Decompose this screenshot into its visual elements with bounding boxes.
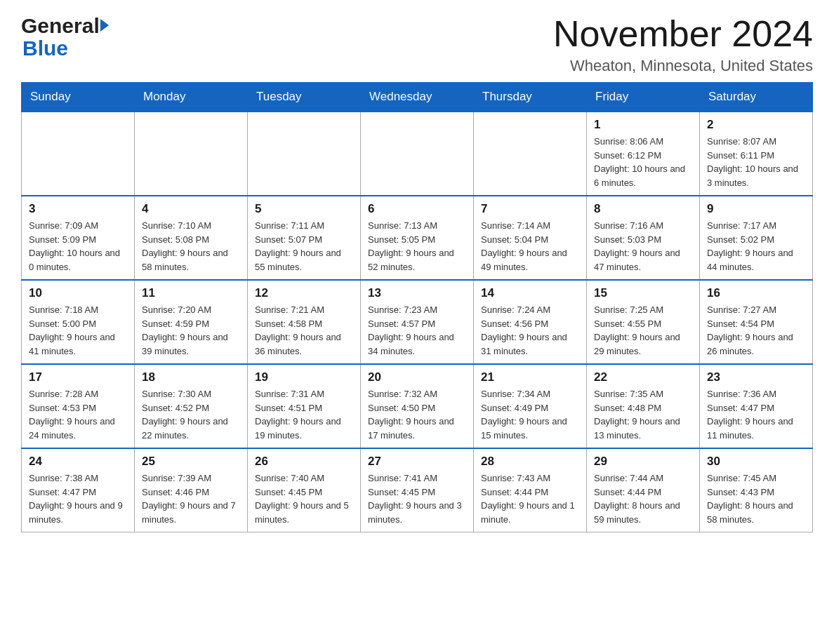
calendar-week-row: 17Sunrise: 7:28 AMSunset: 4:53 PMDayligh… [22, 364, 813, 448]
day-number: 17 [29, 370, 127, 384]
calendar-cell: 2Sunrise: 8:07 AMSunset: 6:11 PMDaylight… [700, 112, 813, 196]
day-number: 10 [29, 286, 127, 300]
day-number: 3 [29, 202, 127, 216]
day-number: 11 [142, 286, 240, 300]
calendar-cell: 10Sunrise: 7:18 AMSunset: 5:00 PMDayligh… [22, 280, 135, 364]
day-number: 30 [707, 455, 805, 469]
day-info: Sunrise: 7:25 AMSunset: 4:55 PMDaylight:… [594, 303, 692, 358]
day-number: 16 [707, 286, 805, 300]
weekday-header-row: SundayMondayTuesdayWednesdayThursdayFrid… [22, 83, 813, 112]
day-number: 5 [255, 202, 353, 216]
day-info: Sunrise: 7:11 AMSunset: 5:07 PMDaylight:… [255, 219, 353, 274]
calendar-cell: 21Sunrise: 7:34 AMSunset: 4:49 PMDayligh… [474, 364, 587, 448]
day-number: 14 [481, 286, 579, 300]
calendar-cell [248, 112, 361, 196]
calendar-table: SundayMondayTuesdayWednesdayThursdayFrid… [21, 82, 813, 532]
calendar-cell: 7Sunrise: 7:14 AMSunset: 5:04 PMDaylight… [474, 196, 587, 280]
calendar-cell: 18Sunrise: 7:30 AMSunset: 4:52 PMDayligh… [135, 364, 248, 448]
day-info: Sunrise: 7:44 AMSunset: 4:44 PMDaylight:… [594, 471, 692, 526]
day-number: 9 [707, 202, 805, 216]
weekday-header-friday: Friday [587, 83, 700, 112]
weekday-header-wednesday: Wednesday [361, 83, 474, 112]
day-number: 6 [368, 202, 466, 216]
weekday-header-thursday: Thursday [474, 83, 587, 112]
calendar-cell: 25Sunrise: 7:39 AMSunset: 4:46 PMDayligh… [135, 448, 248, 532]
calendar-cell: 6Sunrise: 7:13 AMSunset: 5:05 PMDaylight… [361, 196, 474, 280]
day-info: Sunrise: 7:24 AMSunset: 4:56 PMDaylight:… [481, 303, 579, 358]
calendar-cell: 28Sunrise: 7:43 AMSunset: 4:44 PMDayligh… [474, 448, 587, 532]
calendar-cell: 9Sunrise: 7:17 AMSunset: 5:02 PMDaylight… [700, 196, 813, 280]
calendar-week-row: 10Sunrise: 7:18 AMSunset: 5:00 PMDayligh… [22, 280, 813, 364]
day-info: Sunrise: 7:35 AMSunset: 4:48 PMDaylight:… [594, 387, 692, 442]
day-info: Sunrise: 7:17 AMSunset: 5:02 PMDaylight:… [707, 219, 805, 274]
day-info: Sunrise: 7:30 AMSunset: 4:52 PMDaylight:… [142, 387, 240, 442]
day-info: Sunrise: 7:40 AMSunset: 4:45 PMDaylight:… [255, 471, 353, 526]
day-info: Sunrise: 7:10 AMSunset: 5:08 PMDaylight:… [142, 219, 240, 274]
day-number: 8 [594, 202, 692, 216]
day-info: Sunrise: 7:16 AMSunset: 5:03 PMDaylight:… [594, 219, 692, 274]
day-number: 29 [594, 455, 692, 469]
calendar-cell: 13Sunrise: 7:23 AMSunset: 4:57 PMDayligh… [361, 280, 474, 364]
day-number: 27 [368, 455, 466, 469]
day-info: Sunrise: 7:36 AMSunset: 4:47 PMDaylight:… [707, 387, 805, 442]
day-info: Sunrise: 7:28 AMSunset: 4:53 PMDaylight:… [29, 387, 127, 442]
calendar-cell: 15Sunrise: 7:25 AMSunset: 4:55 PMDayligh… [587, 280, 700, 364]
day-info: Sunrise: 7:21 AMSunset: 4:58 PMDaylight:… [255, 303, 353, 358]
calendar-cell: 30Sunrise: 7:45 AMSunset: 4:43 PMDayligh… [700, 448, 813, 532]
calendar-cell: 5Sunrise: 7:11 AMSunset: 5:07 PMDaylight… [248, 196, 361, 280]
calendar-cell [361, 112, 474, 196]
day-info: Sunrise: 7:13 AMSunset: 5:05 PMDaylight:… [368, 219, 466, 274]
calendar-cell [135, 112, 248, 196]
calendar-cell: 3Sunrise: 7:09 AMSunset: 5:09 PMDaylight… [22, 196, 135, 280]
day-info: Sunrise: 7:20 AMSunset: 4:59 PMDaylight:… [142, 303, 240, 358]
calendar-cell: 14Sunrise: 7:24 AMSunset: 4:56 PMDayligh… [474, 280, 587, 364]
day-info: Sunrise: 7:43 AMSunset: 4:44 PMDaylight:… [481, 471, 579, 526]
page-header: General Blue November 2024 Wheaton, Minn… [21, 14, 813, 75]
logo-arrow-icon [100, 19, 109, 32]
day-number: 19 [255, 370, 353, 384]
calendar-cell: 22Sunrise: 7:35 AMSunset: 4:48 PMDayligh… [587, 364, 700, 448]
calendar-cell: 24Sunrise: 7:38 AMSunset: 4:47 PMDayligh… [22, 448, 135, 532]
calendar-cell: 4Sunrise: 7:10 AMSunset: 5:08 PMDaylight… [135, 196, 248, 280]
day-number: 4 [142, 202, 240, 216]
day-number: 13 [368, 286, 466, 300]
weekday-header-monday: Monday [135, 83, 248, 112]
calendar-cell: 16Sunrise: 7:27 AMSunset: 4:54 PMDayligh… [700, 280, 813, 364]
calendar-cell: 17Sunrise: 7:28 AMSunset: 4:53 PMDayligh… [22, 364, 135, 448]
weekday-header-tuesday: Tuesday [248, 83, 361, 112]
day-info: Sunrise: 7:34 AMSunset: 4:49 PMDaylight:… [481, 387, 579, 442]
day-info: Sunrise: 8:06 AMSunset: 6:12 PMDaylight:… [594, 135, 692, 189]
day-info: Sunrise: 7:32 AMSunset: 4:50 PMDaylight:… [368, 387, 466, 442]
day-number: 23 [707, 370, 805, 384]
day-info: Sunrise: 7:27 AMSunset: 4:54 PMDaylight:… [707, 303, 805, 358]
calendar-week-row: 24Sunrise: 7:38 AMSunset: 4:47 PMDayligh… [22, 448, 813, 532]
calendar-cell: 12Sunrise: 7:21 AMSunset: 4:58 PMDayligh… [248, 280, 361, 364]
day-number: 18 [142, 370, 240, 384]
day-info: Sunrise: 7:23 AMSunset: 4:57 PMDaylight:… [368, 303, 466, 358]
logo-general-text: General [21, 14, 100, 38]
weekday-header-sunday: Sunday [22, 83, 135, 112]
day-number: 1 [594, 118, 692, 132]
day-info: Sunrise: 7:14 AMSunset: 5:04 PMDaylight:… [481, 219, 579, 274]
day-info: Sunrise: 8:07 AMSunset: 6:11 PMDaylight:… [707, 135, 805, 189]
calendar-cell: 23Sunrise: 7:36 AMSunset: 4:47 PMDayligh… [700, 364, 813, 448]
day-number: 2 [707, 118, 805, 132]
calendar-cell: 8Sunrise: 7:16 AMSunset: 5:03 PMDaylight… [587, 196, 700, 280]
day-info: Sunrise: 7:31 AMSunset: 4:51 PMDaylight:… [255, 387, 353, 442]
calendar-cell [22, 112, 135, 196]
day-info: Sunrise: 7:09 AMSunset: 5:09 PMDaylight:… [29, 219, 127, 274]
day-number: 12 [255, 286, 353, 300]
day-info: Sunrise: 7:45 AMSunset: 4:43 PMDaylight:… [707, 471, 805, 526]
calendar-cell [474, 112, 587, 196]
day-number: 21 [481, 370, 579, 384]
month-year-title: November 2024 [553, 14, 813, 54]
day-number: 22 [594, 370, 692, 384]
logo: General Blue [21, 14, 109, 60]
weekday-header-saturday: Saturday [700, 83, 813, 112]
day-info: Sunrise: 7:41 AMSunset: 4:45 PMDaylight:… [368, 471, 466, 526]
day-number: 15 [594, 286, 692, 300]
calendar-week-row: 3Sunrise: 7:09 AMSunset: 5:09 PMDaylight… [22, 196, 813, 280]
day-info: Sunrise: 7:38 AMSunset: 4:47 PMDaylight:… [29, 471, 127, 526]
day-number: 26 [255, 455, 353, 469]
title-section: November 2024 Wheaton, Minnesota, United… [553, 14, 813, 75]
